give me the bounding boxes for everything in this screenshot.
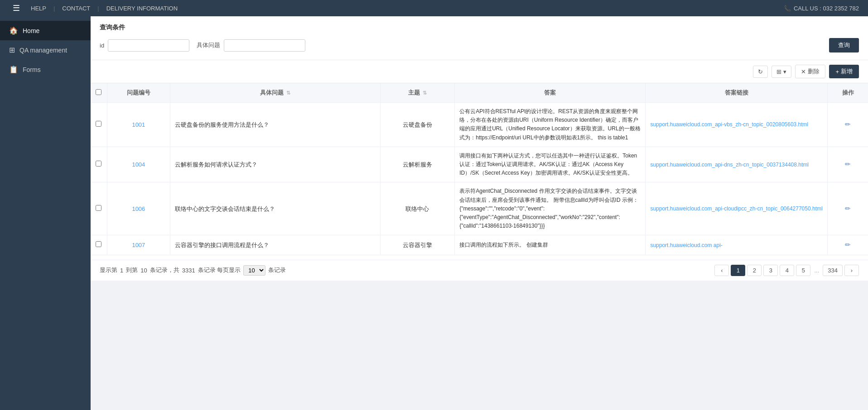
per-page-select[interactable]: 10 20 50 — [243, 265, 265, 276]
sidebar-item-home[interactable]: 🏠 Home — [0, 21, 91, 40]
info-prefix: 显示第 — [100, 266, 117, 274]
row-topic: 云解析服务 — [380, 147, 455, 182]
pagination-bar: 显示第 1 到第 10 条记录，共 3331 条记录 每页显示 10 20 50… — [91, 260, 868, 281]
add-label: 新增 — [841, 67, 853, 76]
table-row: 1006 联络中心的文字交谈会话结束是什么？ 联络中心 表示符AgentChat… — [91, 182, 868, 235]
row-checkbox-cell — [91, 103, 107, 147]
th-question-sort[interactable]: ⇅ — [286, 90, 290, 95]
row-answer: 接口调用的流程如下所示。 创建集群 — [455, 235, 646, 255]
row-action: ✏ — [828, 182, 868, 235]
toolbar: ↻ ⊞ ▾ ✕ 删除 + 新增 — [91, 60, 868, 83]
th-action: 操作 — [828, 83, 868, 103]
sidebar-item-qa[interactable]: ⊞ QA management — [0, 40, 91, 60]
page-3-button[interactable]: 3 — [763, 265, 778, 276]
top-nav-right: 📞 CALL US : 032 2352 782 — [784, 5, 859, 12]
row-question: 云容器引擎的接口调用流程是什么？ — [170, 235, 380, 255]
detail-input[interactable] — [224, 39, 305, 52]
row-checkbox[interactable] — [96, 241, 101, 247]
th-topic: 主题 ⇅ — [380, 83, 455, 103]
select-all-checkbox[interactable] — [96, 89, 101, 95]
page-1-button[interactable]: 1 — [731, 265, 745, 276]
th-topic-sort[interactable]: ⇅ — [423, 90, 427, 95]
query-button[interactable]: 查询 — [829, 38, 859, 52]
page-5-button[interactable]: 5 — [796, 265, 810, 276]
row-link: support.huaweicloud.com_api-dns_zh-cn_to… — [646, 147, 828, 182]
refresh-button[interactable]: ↻ — [753, 66, 768, 78]
home-icon: 🏠 — [9, 26, 18, 35]
row-checkbox[interactable] — [96, 161, 101, 167]
delete-button[interactable]: ✕ 删除 — [795, 65, 825, 78]
row-id: 1001 — [107, 103, 170, 147]
row-checkbox-cell — [91, 182, 107, 235]
info-range-word: 到第 — [126, 266, 138, 274]
row-topic: 云硬盘备份 — [380, 103, 455, 147]
columns-button[interactable]: ⊞ ▾ — [772, 66, 791, 78]
table-row: 1004 云解析服务如何请求认证方式？ 云解析服务 调用接口有如下两种认证方式，… — [91, 147, 868, 182]
sidebar-item-forms[interactable]: 📋 Forms — [0, 60, 91, 79]
id-label: id — [100, 42, 104, 49]
row-link: support.huaweicloud.com api- — [646, 235, 828, 255]
detail-label: 具体问题 — [197, 41, 220, 49]
th-topic-label: 主题 — [408, 89, 420, 96]
edit-icon[interactable]: ✏ — [845, 120, 851, 128]
row-action: ✏ — [828, 147, 868, 182]
data-table: 问题编号 具体问题 ⇅ 主题 ⇅ 答案 — [91, 83, 868, 255]
qa-icon: ⊞ — [9, 46, 15, 54]
edit-icon[interactable]: ✏ — [845, 205, 851, 212]
row-action: ✏ — [828, 235, 868, 255]
row-id: 1006 — [107, 182, 170, 235]
edit-icon[interactable]: ✏ — [845, 241, 851, 248]
row-answer: 调用接口有如下两种认证方式，您可以任选其中一种进行认证鉴权。Token认证：通过… — [455, 147, 646, 182]
row-topic: 联络中心 — [380, 182, 455, 235]
query-section: 查询条件 id 具体问题 查询 — [91, 16, 868, 60]
id-field: id — [100, 39, 189, 52]
row-answer: 公有云API符合RESTful API的设计理论。REST从资源的角度来观察整个… — [455, 103, 646, 147]
pagination-info: 显示第 1 到第 10 条记录，共 3331 条记录 每页显示 10 20 50… — [100, 265, 286, 276]
hamburger-menu[interactable]: ☰ — [9, 1, 24, 15]
nav-contact[interactable]: CONTACT — [62, 5, 90, 12]
top-nav-left: ☰ HELP | CONTACT | DELIVERY INFORMATION — [9, 1, 178, 15]
info-records: 条记录，共 — [150, 266, 179, 274]
info-start: 1 — [120, 267, 123, 274]
next-page-button[interactable]: › — [844, 265, 859, 276]
row-checkbox[interactable] — [96, 205, 101, 211]
sep2: | — [97, 5, 99, 12]
row-checkbox[interactable] — [96, 121, 101, 127]
info-end: 10 — [140, 267, 147, 274]
th-answer-label: 答案 — [544, 89, 556, 96]
last-page-button[interactable]: 334 — [823, 265, 843, 276]
nav-delivery[interactable]: DELIVERY INFORMATION — [106, 5, 178, 12]
sidebar-item-forms-label: Forms — [23, 66, 41, 73]
sep1: | — [53, 5, 55, 12]
table-row: 1001 云硬盘备份的服务使用方法是什么？ 云硬盘备份 公有云API符合REST… — [91, 103, 868, 147]
call-us: CALL US : 032 2352 782 — [794, 5, 859, 12]
delete-label: 删除 — [808, 67, 820, 76]
columns-chevron: ▾ — [783, 68, 786, 75]
th-question-label: 具体问题 — [260, 89, 284, 96]
query-form: id 具体问题 查询 — [100, 38, 859, 52]
table-body: 1001 云硬盘备份的服务使用方法是什么？ 云硬盘备份 公有云API符合REST… — [91, 103, 868, 255]
th-id: 问题编号 — [107, 83, 170, 103]
page-2-button[interactable]: 2 — [747, 265, 762, 276]
nav-help[interactable]: HELP — [31, 5, 46, 12]
row-question: 联络中心的文字交谈会话结束是什么？ — [170, 182, 380, 235]
sidebar-item-home-label: Home — [23, 27, 39, 34]
table-header-row: 问题编号 具体问题 ⇅ 主题 ⇅ 答案 — [91, 83, 868, 103]
row-checkbox-cell — [91, 147, 107, 182]
th-answer: 答案 — [455, 83, 646, 103]
info-total: 3331 — [182, 267, 195, 274]
row-question: 云解析服务如何请求认证方式？ — [170, 147, 380, 182]
edit-icon[interactable]: ✏ — [845, 160, 851, 168]
page-4-button[interactable]: 4 — [780, 265, 794, 276]
row-topic: 云容器引擎 — [380, 235, 455, 255]
row-link: support.huaweicloud.com_api-vbs_zh-cn_to… — [646, 103, 828, 147]
add-button[interactable]: + 新增 — [829, 65, 859, 78]
row-answer: 表示符AgentChat_Disconnected 作用文字交谈的会话结束事件。… — [455, 182, 646, 235]
row-question: 云硬盘备份的服务使用方法是什么？ — [170, 103, 380, 147]
th-link: 答案链接 — [646, 83, 828, 103]
prev-page-button[interactable]: ‹ — [714, 265, 729, 276]
row-id: 1007 — [107, 235, 170, 255]
layout: 🏠 Home ⊞ QA management 📋 Forms 查询条件 id 具… — [0, 16, 868, 410]
forms-icon: 📋 — [9, 65, 18, 74]
id-input[interactable] — [108, 39, 189, 52]
